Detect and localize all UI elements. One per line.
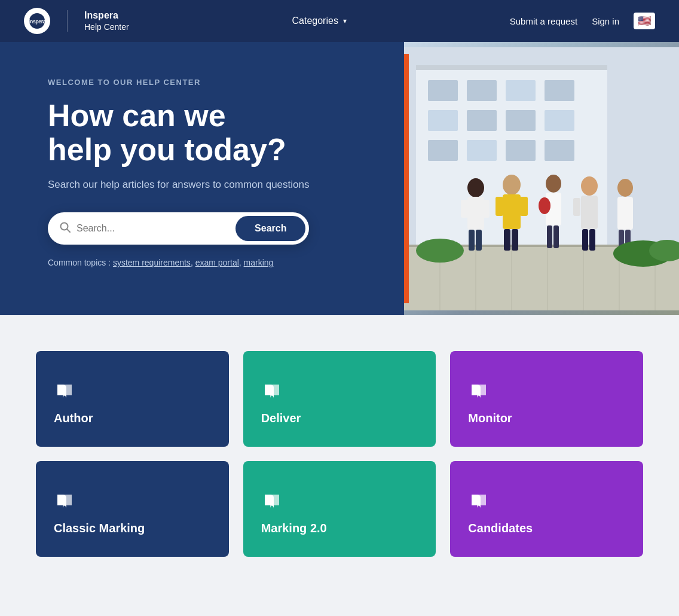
common-topic-link-undefined[interactable]: system requirements: [113, 258, 191, 267]
svg-rect-11: [428, 110, 458, 131]
card-author-label: Author: [54, 411, 211, 425]
svg-rect-32: [461, 200, 468, 218]
svg-rect-38: [496, 197, 503, 216]
svg-rect-31: [476, 230, 482, 251]
svg-rect-46: [581, 196, 598, 229]
search-input[interactable]: [77, 223, 235, 234]
hero-title: How can we help you today?: [48, 99, 309, 167]
svg-rect-6: [416, 65, 607, 70]
svg-rect-35: [503, 194, 521, 229]
hero-content: WELCOME TO OUR HELP CENTER How can we he…: [48, 78, 309, 267]
hero-image: [404, 42, 679, 315]
svg-rect-9: [506, 80, 536, 101]
svg-rect-18: [545, 140, 574, 161]
logo-circle: inspera: [24, 8, 50, 34]
card-marking-2[interactable]: Marking 2.0: [243, 461, 436, 557]
common-topic-link-undefined[interactable]: marking: [244, 258, 274, 267]
svg-point-28: [467, 178, 484, 197]
cards-section: Author Deliver Monitor Classic Marking: [0, 315, 679, 593]
logo: inspera Inspera Help Center: [24, 8, 129, 34]
book-icon: [54, 492, 75, 513]
svg-rect-14: [545, 110, 574, 131]
book-icon: [261, 492, 283, 513]
svg-point-34: [503, 175, 521, 195]
book-icon: [54, 382, 75, 403]
svg-rect-33: [482, 200, 490, 218]
card-deliver-label: Deliver: [261, 411, 418, 425]
hero-welcome-text: WELCOME TO OUR HELP CENTER: [48, 78, 309, 87]
hero-subtitle: Search our help articles for answers to …: [48, 179, 309, 191]
hero-section: WELCOME TO OUR HELP CENTER How can we he…: [0, 42, 679, 315]
cards-grid: Author Deliver Monitor Classic Marking: [36, 351, 643, 557]
book-icon: [468, 382, 490, 403]
svg-rect-30: [469, 230, 475, 251]
svg-rect-10: [545, 80, 574, 101]
chevron-down-icon: ▾: [343, 17, 347, 25]
nav-right: Submit a request Sign in 🇺🇸: [510, 13, 655, 29]
svg-text:inspera: inspera: [29, 19, 45, 25]
svg-rect-39: [520, 197, 528, 216]
svg-rect-37: [512, 229, 518, 251]
svg-point-45: [581, 176, 598, 196]
svg-rect-43: [553, 225, 559, 248]
card-classic-marking[interactable]: Classic Marking: [36, 461, 229, 557]
hero-image-placeholder: [404, 42, 679, 315]
card-candidates[interactable]: Candidates: [450, 461, 643, 557]
card-monitor[interactable]: Monitor: [450, 351, 643, 447]
card-marking-2-label: Marking 2.0: [261, 522, 418, 535]
navbar: inspera Inspera Help Center Categories ▾…: [0, 0, 679, 42]
search-button[interactable]: Search: [235, 216, 305, 241]
svg-rect-29: [467, 197, 484, 230]
search-icon: [60, 222, 71, 236]
common-topics: Common topics : system requirements, exa…: [48, 258, 309, 267]
svg-point-44: [539, 197, 550, 214]
svg-line-3: [67, 229, 70, 232]
submit-request-link[interactable]: Submit a request: [510, 16, 577, 26]
svg-rect-51: [617, 197, 633, 230]
card-author[interactable]: Author: [36, 351, 229, 447]
book-icon: [468, 492, 490, 513]
svg-point-40: [546, 175, 561, 193]
svg-rect-8: [467, 80, 497, 101]
logo-text: Inspera Help Center: [84, 10, 129, 33]
svg-rect-36: [504, 229, 510, 251]
sign-in-link[interactable]: Sign in: [592, 16, 619, 26]
book-icon: [261, 382, 283, 403]
search-bar: Search: [48, 212, 309, 245]
card-classic-marking-label: Classic Marking: [54, 522, 211, 535]
svg-point-54: [416, 239, 464, 263]
card-candidates-label: Candidates: [468, 522, 625, 535]
categories-menu[interactable]: Categories ▾: [285, 11, 354, 31]
svg-rect-13: [506, 110, 536, 131]
svg-rect-15: [428, 140, 458, 161]
hero-image-border: [404, 54, 409, 303]
svg-point-50: [617, 179, 633, 197]
svg-rect-16: [467, 140, 497, 161]
svg-rect-49: [573, 198, 580, 216]
svg-rect-7: [428, 80, 458, 101]
common-topic-link-undefined[interactable]: exam portal: [195, 258, 239, 267]
svg-rect-47: [582, 229, 588, 251]
svg-rect-42: [547, 225, 552, 248]
nav-center: Categories ▾: [129, 11, 510, 31]
language-selector[interactable]: 🇺🇸: [634, 13, 655, 29]
logo-divider: [67, 10, 68, 32]
card-monitor-label: Monitor: [468, 411, 625, 425]
svg-rect-48: [589, 229, 595, 251]
card-deliver[interactable]: Deliver: [243, 351, 436, 447]
svg-rect-17: [506, 140, 536, 161]
svg-rect-12: [467, 110, 497, 131]
